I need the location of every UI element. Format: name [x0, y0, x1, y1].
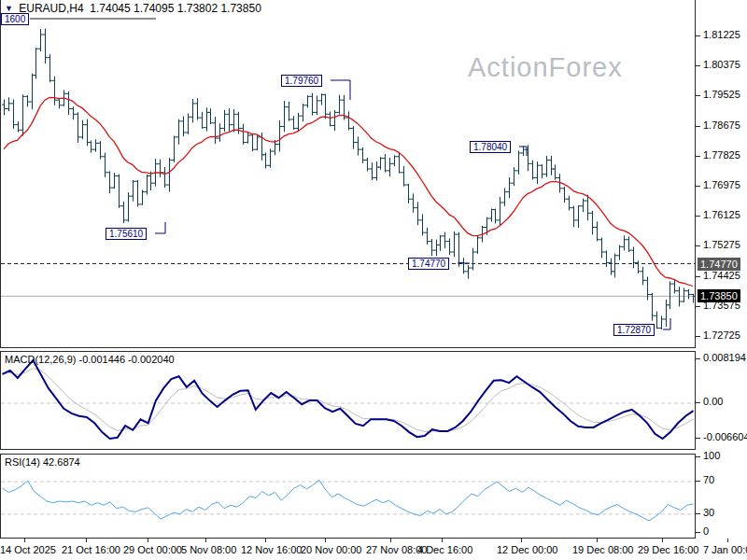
price-axis-label: 1.76125: [703, 209, 740, 220]
macd-signal-line: [3, 369, 694, 432]
time-tick-mark: [86, 539, 87, 542]
time-axis-label: 7 Jan 00:00: [703, 544, 747, 555]
axis-tick-mark: [696, 65, 700, 66]
rsi-indicator-label: RSI(14) 42.6874: [5, 456, 80, 468]
price-annotation: 1600: [1, 13, 29, 25]
rsi-axis-label: 70: [703, 474, 714, 485]
price-annotation: 1.79760: [281, 75, 322, 87]
macd-main-line: [3, 360, 694, 439]
macd-axis-label: -0.006604: [703, 431, 747, 442]
axis-tick-mark: [696, 358, 700, 359]
level-price-badge: 1.74770: [698, 258, 740, 271]
time-tick-mark: [325, 539, 326, 542]
time-tick-mark: [390, 539, 391, 542]
time-tick-mark: [597, 539, 598, 542]
macd-axis-label: 0.008194: [703, 352, 746, 363]
axis-tick-mark: [696, 532, 700, 533]
time-tick-mark: [727, 539, 728, 542]
macd-indicator-label: MACD(12,26,9) -0.001446 -0.002040: [5, 354, 175, 365]
axis-tick-mark: [696, 245, 700, 246]
time-axis[interactable]: 14 Oct 202521 Oct 16:0029 Oct 00:005 Nov…: [0, 539, 747, 560]
price-axis-label: 1.72725: [703, 329, 740, 341]
price-annotation: 1.74770: [408, 258, 449, 270]
axis-tick-mark: [696, 456, 700, 457]
axis-tick-mark: [696, 35, 700, 36]
axis-tick-mark: [696, 336, 700, 337]
price-chart-panel[interactable]: ActionForex ▼ EURAUD,H4 1.74045 1.74095 …: [0, 0, 696, 348]
time-tick-mark: [442, 539, 443, 542]
time-axis-label: 29 Oct 00:00: [123, 544, 182, 555]
axis-tick-mark: [696, 306, 700, 307]
axis-tick-mark: [696, 126, 700, 127]
price-chart-canvas[interactable]: [1, 0, 695, 346]
time-axis-label: 12 Dec 00:00: [497, 544, 557, 555]
ohlc-values: 1.74045 1.74095 1.73802 1.73850: [90, 2, 261, 15]
time-tick-mark: [24, 539, 25, 542]
time-axis-label: 5 Nov 08:00: [181, 544, 236, 555]
time-axis-label: 29 Dec 16:00: [638, 544, 698, 555]
axis-tick-mark: [696, 438, 700, 439]
price-annotation: 1.78040: [470, 141, 511, 153]
symbol-dropdown-icon[interactable]: ▼: [5, 4, 13, 13]
rsi-panel[interactable]: RSI(14) 42.6874: [0, 454, 696, 539]
price-axis-label: 1.78675: [703, 119, 740, 131]
axis-tick-mark: [696, 276, 700, 277]
time-axis-label: 20 Nov 00:00: [301, 544, 361, 555]
axis-tick-mark: [696, 156, 700, 157]
rsi-axis-label: 0: [703, 525, 709, 537]
axis-tick-mark: [696, 186, 700, 187]
macd-axis-label: 0.00: [703, 396, 723, 407]
rsi-canvas[interactable]: [1, 455, 695, 538]
time-axis-label: 21 Oct 16:00: [62, 544, 120, 555]
price-axis-label: 1.75275: [703, 239, 740, 250]
axis-tick-mark: [696, 402, 700, 403]
axis-tick-mark: [696, 513, 700, 514]
chart-title: ▼ EURAUD,H4 1.74045 1.74095 1.73802 1.73…: [5, 2, 261, 15]
time-tick-mark: [205, 539, 206, 542]
price-annotation: 1.72870: [613, 324, 655, 336]
rsi-axis-label: 100: [703, 450, 720, 461]
price-axis-label: 1.77825: [703, 149, 740, 161]
axis-tick-mark: [696, 481, 700, 482]
time-tick-mark: [265, 539, 266, 542]
time-tick-mark: [662, 539, 663, 542]
price-axis-label: 1.81225: [703, 29, 740, 40]
mt4-chart-window: ActionForex ▼ EURAUD,H4 1.74045 1.74095 …: [0, 0, 747, 560]
price-axis-label: 1.80375: [703, 59, 740, 70]
time-axis-label: 14 Oct 2025: [0, 544, 56, 555]
time-axis-label: 19 Dec 08:00: [572, 544, 633, 555]
macd-canvas[interactable]: [1, 352, 695, 449]
time-axis-label: 12 Nov 16:00: [241, 544, 302, 555]
price-axis-label: 1.79525: [703, 89, 740, 100]
axis-tick-mark: [696, 95, 700, 96]
time-tick-mark: [521, 539, 522, 542]
last-price-badge: 1.73850: [698, 289, 740, 302]
rsi-axis-label: 30: [703, 507, 714, 518]
price-axis-label: 1.76975: [703, 179, 740, 190]
axis-tick-mark: [696, 216, 700, 217]
time-axis-label: 4 Dec 16:00: [417, 544, 472, 555]
price-axis-label: 1.74425: [703, 270, 740, 281]
price-annotation: 1.75610: [106, 228, 147, 240]
macd-panel[interactable]: MACD(12,26,9) -0.001446 -0.002040: [0, 351, 696, 450]
time-tick-mark: [148, 539, 148, 542]
